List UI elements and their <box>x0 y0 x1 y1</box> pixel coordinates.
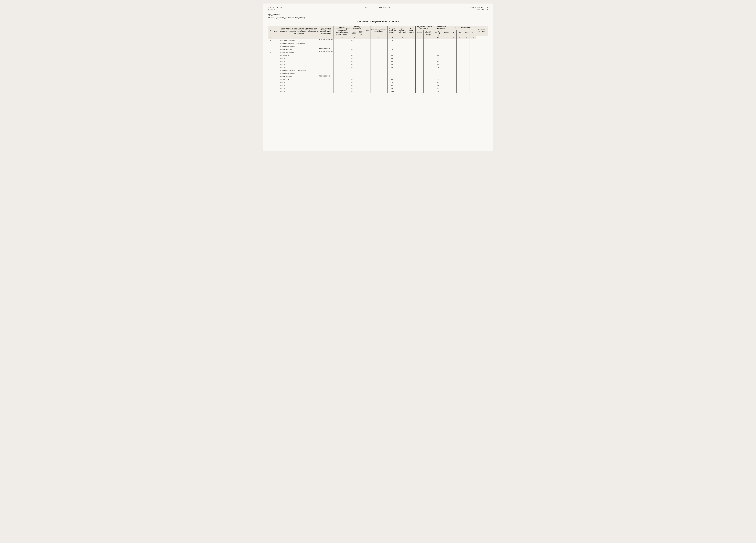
cn-6: 6 <box>351 36 358 39</box>
th-col2: №поз. <box>273 26 279 36</box>
th-col9: Пот-реб-ность по проекту <box>388 26 397 36</box>
td-q4 <box>469 45 476 48</box>
th-unit: изме-рение <box>351 30 358 36</box>
td-code <box>370 63 388 66</box>
table-row: Материалы см.черт.6.05.00.00 <box>268 69 488 72</box>
td-q1 <box>450 72 457 75</box>
td-col2 <box>273 66 279 69</box>
th-q1-sub <box>450 35 457 36</box>
th-col4: Тип и марка оборуд., кат. чертежа завод.… <box>319 26 334 36</box>
td-qty <box>364 84 370 87</box>
cn-15: 15 <box>443 36 450 39</box>
td-qty <box>364 87 370 90</box>
td-code <box>370 69 388 72</box>
td-col4 <box>319 69 334 72</box>
td-price <box>397 87 408 90</box>
cn-10: 10 <box>397 36 408 39</box>
td-avail-count <box>415 81 423 84</box>
td-col1 <box>268 42 273 45</box>
top-header: Т.п.9С1-1- 30 А.УП/3 - 44 - РФ 374-17 Вс… <box>268 7 488 11</box>
code-sub: А.УП/3 <box>268 9 282 11</box>
td-price <box>397 81 408 84</box>
td-q1 <box>450 42 457 45</box>
td-qty <box>364 78 370 81</box>
cn-1: 1 <box>268 36 273 39</box>
td-qty <box>364 60 370 63</box>
td-avail-plan <box>424 45 433 48</box>
td-q3 <box>463 66 469 69</box>
td-code <box>370 87 388 90</box>
top-center: - 44 - РФ 374-17 <box>363 7 390 9</box>
td-lotnost <box>408 69 415 72</box>
total-sheets-value: 5 <box>487 7 488 9</box>
table-row: 5 6 Секция основная 6.05.00.00-01 СБ <box>268 51 488 54</box>
td-col4 <box>319 57 334 60</box>
table-row: Н=15 м шт. 84 84 <box>268 84 488 87</box>
cn-13: 13 <box>424 36 433 39</box>
td-q2 <box>457 75 463 78</box>
td-q4 <box>469 54 476 57</box>
enterprise-value[interactable] <box>317 14 358 16</box>
td-avail-count <box>415 69 423 72</box>
td-need-year <box>433 42 443 45</box>
td-q1 <box>450 51 457 54</box>
td-need: 72 <box>388 81 397 84</box>
td-col5 <box>334 81 351 84</box>
td-q2 <box>457 45 463 48</box>
th-dop: доп-олн. ние <box>358 30 364 36</box>
object-value[interactable] <box>317 17 358 19</box>
td-code <box>370 60 388 63</box>
td-col3: фланец 200-10 <box>279 75 319 78</box>
td-q3 <box>463 81 469 84</box>
document-title: ЗАКАЗНАЯ СПЕЦИФИКАЦИЯ № НГ-52 <box>268 21 488 23</box>
td-q1 <box>450 48 457 51</box>
td-unit: шт. <box>351 90 358 93</box>
td-code <box>370 51 388 54</box>
table-row: Н=17 м шт. 48 48 <box>268 63 488 66</box>
cn-17: 17 <box>457 36 463 39</box>
th-q1: I <box>450 30 457 35</box>
td-col1 <box>268 45 273 48</box>
td-avail-count <box>415 54 423 57</box>
td-q3 <box>463 57 469 60</box>
td-price <box>397 45 408 48</box>
td-total <box>443 54 450 57</box>
td-col2 <box>273 69 279 72</box>
td-lotnost <box>408 39 415 42</box>
th-col3: Наименование и техническая характеристик… <box>279 26 319 36</box>
td-col1 <box>268 87 273 90</box>
object-row: Объект (производственная мощность) <box>268 17 488 19</box>
td-q1 <box>450 69 457 72</box>
td-unit2 <box>358 72 364 75</box>
td-qty <box>364 81 370 84</box>
td-need-year: 30 <box>433 54 443 57</box>
td-qty <box>364 66 370 69</box>
td-lotnost <box>408 57 415 60</box>
td-total <box>443 72 450 75</box>
table-row: фланец 200-10 ГОСТ 12827-67 шт. 6 6 <box>268 48 488 51</box>
td-q2 <box>457 69 463 72</box>
cn-6b <box>358 36 364 39</box>
td-q2 <box>457 39 463 42</box>
td-avail-count <box>415 60 423 63</box>
td-unit: шт. <box>351 39 358 42</box>
td-need <box>388 42 397 45</box>
td-q2 <box>457 60 463 63</box>
cn-12: 12 <box>415 36 423 39</box>
td-unit: шт. <box>351 54 358 57</box>
td-total <box>443 66 450 69</box>
td-unit2 <box>358 84 364 87</box>
table-row: Н=17 м шт. 96 96 <box>268 87 488 90</box>
td-avail-count <box>415 39 423 42</box>
td-unit2 <box>358 45 364 48</box>
td-col2 <box>273 60 279 63</box>
td-col5 <box>334 48 351 51</box>
td-need-year: 84 <box>433 84 443 87</box>
td-unit: шт. <box>351 60 358 63</box>
td-code <box>370 54 388 57</box>
td-q2 <box>457 78 463 81</box>
td-unit <box>351 45 358 48</box>
td-total <box>443 51 450 54</box>
page: Т.п.9С1-1- 30 А.УП/3 - 44 - РФ 374-17 Вс… <box>263 3 493 151</box>
td-price <box>397 90 408 93</box>
